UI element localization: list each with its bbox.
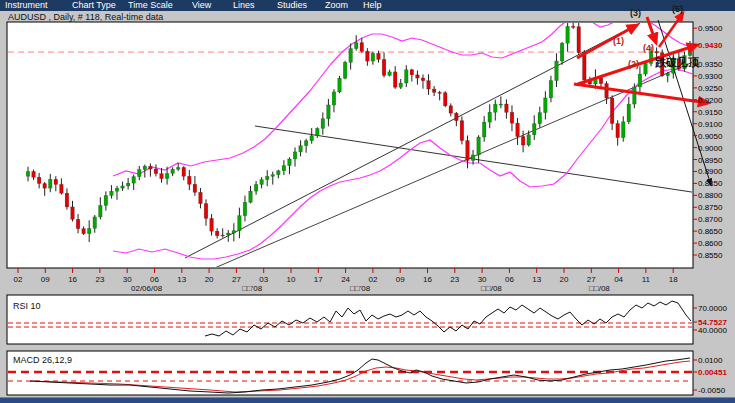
macd-current-value: 0.00451: [698, 368, 727, 377]
candle-body: [65, 193, 69, 207]
price-axis-label: 0.8850: [698, 179, 722, 188]
candle-body: [521, 136, 525, 145]
x-day-label: 09: [35, 275, 55, 284]
candle-body: [71, 207, 75, 219]
candle-body: [87, 228, 91, 233]
candle-body: [666, 73, 670, 75]
candle-body: [532, 124, 536, 135]
x-day-label: 13: [527, 275, 547, 284]
wave-label-1: (1): [613, 36, 624, 46]
candle-body: [93, 217, 97, 229]
candle-body: [560, 43, 564, 61]
candle-body: [126, 183, 130, 186]
current-price-label: 0.9430: [698, 41, 722, 50]
candle-body: [210, 218, 214, 231]
candle-body: [182, 167, 186, 176]
candle-body: [443, 93, 447, 106]
candle-body: [655, 51, 659, 52]
candle-body: [226, 233, 230, 235]
candle-body: [410, 70, 414, 75]
candle-body: [577, 27, 581, 53]
candle-body: [215, 231, 219, 235]
price-axis-label: 0.9300: [698, 72, 722, 81]
candle-body: [254, 184, 258, 191]
candle-body: [404, 70, 408, 83]
x-day-label: 16: [63, 275, 83, 284]
candle-body: [638, 74, 642, 87]
candle-body: [104, 196, 108, 206]
price-axis-label: 0.9250: [698, 84, 722, 93]
candle-body: [271, 175, 275, 177]
candle-body: [633, 87, 637, 104]
candle-body: [488, 112, 492, 122]
candle-body: [427, 81, 431, 89]
candle-body: [82, 229, 86, 234]
x-day-label: 27: [226, 275, 246, 284]
macd-study-label: MACD 26,12,9: [13, 355, 72, 365]
candle-body: [516, 123, 520, 136]
candle-body: [249, 191, 253, 202]
x-day-label: 10: [281, 275, 301, 284]
chart-canvas[interactable]: [0, 0, 735, 403]
x-day-label: 30: [117, 275, 137, 284]
candle-body: [221, 235, 225, 236]
candle-body: [477, 137, 481, 155]
candle-body: [571, 26, 575, 27]
candle-body: [137, 169, 141, 176]
x-month-label: 02/06/08: [131, 284, 162, 293]
candle-body: [76, 219, 80, 228]
rsi-panel[interactable]: [7, 295, 693, 344]
candle-body: [627, 104, 631, 122]
x-day-label: 16: [418, 275, 438, 284]
price-axis-label: 0.8550: [698, 251, 722, 260]
candle-body: [360, 43, 364, 52]
candle-body: [32, 171, 36, 177]
candle-body: [238, 216, 242, 231]
x-day-label: 06: [499, 275, 519, 284]
candle-body: [399, 83, 403, 87]
candle-body: [154, 169, 158, 174]
candle-body: [315, 128, 319, 135]
candle-body: [549, 81, 553, 98]
x-day-label: 09: [390, 275, 410, 284]
candle-body: [366, 51, 370, 61]
candle-body: [321, 119, 325, 129]
price-axis-label: 0.9100: [698, 120, 722, 129]
x-day-label: 04: [609, 275, 629, 284]
candle-body: [621, 122, 625, 138]
price-axis-label: 0.8900: [698, 167, 722, 176]
candle-body: [176, 167, 180, 169]
candle-body: [482, 122, 486, 137]
price-axis-label: 0.8750: [698, 203, 722, 212]
candle-body: [243, 202, 247, 215]
candle-body: [343, 62, 347, 78]
candle-body: [332, 92, 336, 105]
candle-body: [277, 171, 281, 175]
price-axis-label: 0.9000: [698, 144, 722, 153]
price-axis-label: 0.9150: [698, 108, 722, 117]
x-day-label: 24: [336, 275, 356, 284]
candle-body: [510, 112, 514, 123]
price-axis-label: 0.8800: [698, 191, 722, 200]
candle-body: [354, 43, 358, 49]
x-day-label: 30: [472, 275, 492, 284]
x-month-label: □□'08: [242, 284, 262, 293]
candle-body: [438, 92, 442, 93]
x-day-label: 17: [308, 275, 328, 284]
candle-body: [544, 98, 548, 113]
candle-body: [48, 179, 52, 188]
price-axis-label: 0.8950: [698, 156, 722, 165]
price-axis-label: 0.8650: [698, 227, 722, 236]
candle-body: [43, 184, 47, 189]
x-day-label: 18: [663, 275, 683, 284]
candle-body: [260, 180, 264, 185]
candle-body: [393, 72, 397, 87]
candle-body: [471, 155, 475, 161]
charting-app-window: InstrumentChart TypeTime ScaleViewLinesS…: [0, 0, 735, 403]
candle-body: [583, 53, 587, 80]
candle-body: [232, 231, 236, 233]
candle-body: [499, 104, 503, 105]
candle-body: [605, 84, 609, 99]
candle-body: [265, 176, 269, 179]
candle-body: [204, 204, 208, 219]
